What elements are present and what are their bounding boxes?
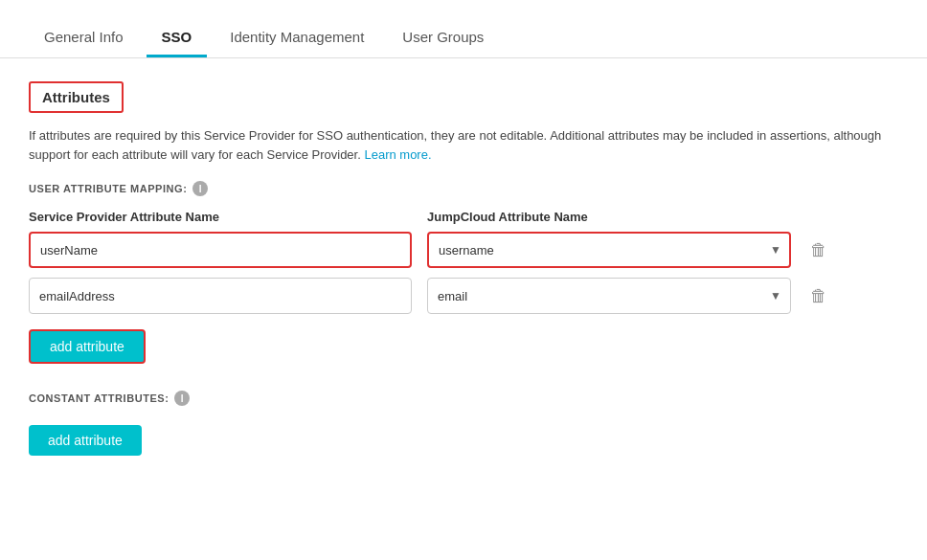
tab-user-groups[interactable]: User Groups [387, 19, 499, 57]
jc-column-header: JumpCloud Attribute Name [427, 210, 791, 224]
user-attr-mapping-info-icon[interactable]: i [192, 181, 208, 196]
attributes-heading-box: Attributes [29, 81, 124, 113]
sp-attribute-input-1[interactable] [29, 278, 412, 314]
jc-attribute-select-1[interactable]: username email firstname lastname uid [427, 278, 791, 314]
delete-row-button-0[interactable]: 🗑 [806, 237, 831, 262]
attribute-column-headers: Service Provider Attribute Name JumpClou… [29, 210, 898, 224]
main-container: General Info SSO Identity Management Use… [0, 0, 927, 560]
learn-more-link[interactable]: Learn more. [364, 147, 431, 162]
constant-attributes-label: CONSTANT ATTRIBUTES: i [29, 391, 898, 406]
constant-attr-info-icon[interactable]: i [174, 391, 190, 406]
user-attribute-mapping-label: USER ATTRIBUTE MAPPING: i [29, 181, 898, 196]
attribute-row-0: username email firstname lastname uid ▼ … [29, 232, 898, 268]
jc-attribute-select-0[interactable]: username email firstname lastname uid [427, 232, 791, 268]
tab-general-info[interactable]: General Info [29, 19, 139, 57]
tab-bar: General Info SSO Identity Management Use… [0, 0, 927, 58]
attribute-row-1: username email firstname lastname uid ▼ … [29, 278, 898, 314]
add-attribute-button-wrapper: add attribute [29, 324, 898, 364]
jc-attribute-select-wrapper-1: username email firstname lastname uid ▼ [427, 278, 791, 314]
constant-attributes-section: CONSTANT ATTRIBUTES: i add attribute [29, 391, 898, 456]
attributes-title: Attributes [42, 89, 110, 105]
sp-column-header: Service Provider Attribute Name [29, 210, 412, 224]
delete-row-button-1[interactable]: 🗑 [806, 283, 831, 308]
constant-add-attribute-button[interactable]: add attribute [29, 425, 142, 456]
tab-identity-management[interactable]: Identity Management [215, 19, 379, 57]
jc-attribute-select-wrapper-0: username email firstname lastname uid ▼ [427, 232, 791, 268]
add-attribute-button[interactable]: add attribute [29, 329, 146, 364]
tab-sso[interactable]: SSO [147, 19, 208, 57]
sp-attribute-input-0[interactable] [29, 232, 412, 268]
content-area: Attributes If attributes are required by… [0, 58, 927, 479]
attributes-description: If attributes are required by this Servi… [29, 126, 898, 164]
